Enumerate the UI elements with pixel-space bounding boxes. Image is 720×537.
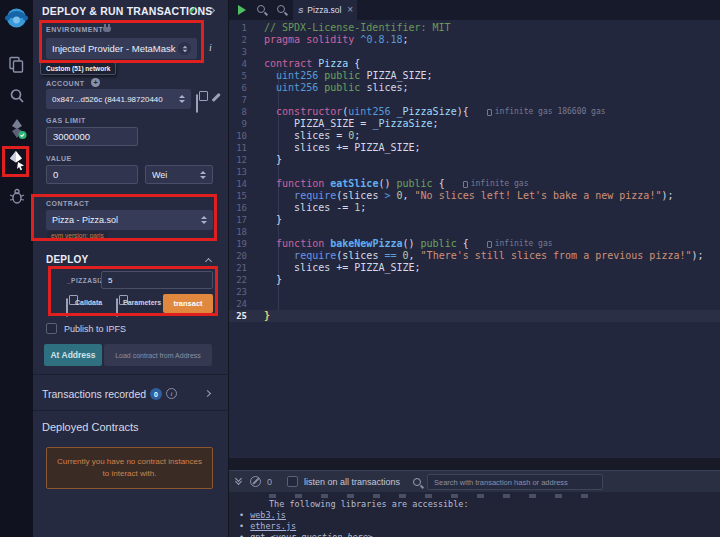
contract-select[interactable]: Pizza - Pizza.sol <box>46 210 213 230</box>
add-account-icon[interactable]: + <box>91 78 100 87</box>
activity-bar <box>0 0 33 537</box>
value-unit: Wei <box>152 170 196 180</box>
search-icon[interactable] <box>0 88 33 104</box>
terminal-resize-handle[interactable] <box>229 458 720 470</box>
gas-estimate-annotation: infinite gas <box>487 238 553 250</box>
select-stepper-icon[interactable] <box>201 216 207 224</box>
network-badge: Custom (51) network <box>40 62 116 75</box>
terminal-search-icon <box>413 478 421 486</box>
transactions-info-icon[interactable]: i <box>166 388 177 399</box>
publish-ipfs-checkbox[interactable] <box>46 323 57 334</box>
at-address-input[interactable]: Load contract from Address <box>104 344 212 366</box>
terminal-toolbar: 0 listen on all transactions Search with… <box>229 470 720 492</box>
copy-parameters-icon[interactable] <box>116 298 118 317</box>
code-line[interactable]: 25} <box>229 310 720 322</box>
clear-pending-icon[interactable] <box>250 476 261 487</box>
code-line[interactable]: 16 slices -= 1; <box>229 202 720 214</box>
environment-info-icon[interactable]: i <box>209 42 212 53</box>
account-label: ACCOUNT <box>46 80 85 87</box>
deployed-contracts-label: Deployed Contracts <box>42 421 139 433</box>
terminal-line: •ethers.js <box>239 521 720 532</box>
account-select[interactable]: 0x847...d526c (8441.98720440 <box>46 89 191 109</box>
constructor-param-value: 5 <box>108 276 112 285</box>
evm-version-badge: evm version: paris <box>47 231 108 240</box>
clipped-terminal-line <box>269 494 599 498</box>
at-address-button-label: At Address <box>50 350 95 360</box>
solidity-file-icon: S <box>298 6 303 15</box>
debugger-icon[interactable] <box>0 188 33 205</box>
code-lines[interactable]: 1// SPDX-License-Identifier: MIT2pragma … <box>229 20 720 458</box>
library-link[interactable]: ethers.js <box>250 521 296 532</box>
environment-value: Injected Provider - MetaMask <box>52 43 178 54</box>
collapse-deploy-chevron-icon[interactable] <box>205 258 212 265</box>
code-line[interactable]: 14 function eatSlice() public {infinite … <box>229 178 720 190</box>
deployed-contracts-empty-message: Currently you have no contract instances… <box>46 447 213 489</box>
parameters-label[interactable]: Parameters <box>123 299 161 306</box>
code-line[interactable]: 24 <box>229 298 720 310</box>
code-line[interactable]: 9 PIZZA_SIZE = _PizzaSize; <box>229 118 720 130</box>
code-line[interactable]: 10 slices = 0; <box>229 130 720 142</box>
terminal: 0 listen on all transactions Search with… <box>229 458 720 537</box>
run-script-icon[interactable] <box>238 5 246 15</box>
file-explorer-icon[interactable] <box>0 56 33 73</box>
deploy-run-icon[interactable] <box>0 150 33 171</box>
code-line[interactable]: 19 function bakeNewPizza() public {infin… <box>229 238 720 250</box>
code-line[interactable]: 7 <box>229 94 720 106</box>
terminal-search-placeholder: Search with transaction hash or address <box>434 478 568 487</box>
code-line[interactable]: 8 constructor(uint256 _PizzaSize){infini… <box>229 106 720 118</box>
code-line[interactable]: 11 slices += PIZZA_SIZE; <box>229 142 720 154</box>
code-line[interactable]: 4contract Pizza { <box>229 58 720 70</box>
copy-calldata-icon[interactable] <box>66 298 68 317</box>
contract-label: CONTRACT <box>46 200 89 207</box>
copy-account-icon[interactable] <box>196 94 198 113</box>
code-line[interactable]: 18 <box>229 226 720 238</box>
code-line[interactable]: 20 require(slices == 0, "There's still s… <box>229 250 720 262</box>
code-line[interactable]: 23 <box>229 286 720 298</box>
select-stepper-icon[interactable] <box>178 42 191 55</box>
code-line[interactable]: 17 } <box>229 214 720 226</box>
calldata-label[interactable]: Calldata <box>75 299 102 306</box>
zoom-in-icon[interactable] <box>277 5 285 13</box>
code-line[interactable]: 15 require(slices > 0, "No slices left! … <box>229 190 720 202</box>
select-stepper-icon[interactable] <box>200 171 206 179</box>
gas-limit-value: 3000000 <box>53 131 90 142</box>
terminal-output[interactable]: The following libraries are accessible:•… <box>229 492 720 537</box>
remix-logo[interactable] <box>0 5 33 30</box>
code-line[interactable]: 22 } <box>229 274 720 286</box>
publish-ipfs-label: Publish to IPFS <box>64 324 126 334</box>
zoom-out-icon[interactable] <box>257 5 265 13</box>
value-input[interactable]: 0 <box>46 165 138 184</box>
value-unit-select[interactable]: Wei <box>145 165 213 184</box>
at-address-button[interactable]: At Address <box>44 344 102 366</box>
value-label: VALUE <box>46 155 72 162</box>
transactions-expand-chevron-icon[interactable] <box>204 390 211 397</box>
solidity-compiler-icon[interactable] <box>0 118 33 140</box>
code-line[interactable]: 3 <box>229 46 720 58</box>
terminal-search-input[interactable]: Search with transaction hash or address <box>427 474 603 490</box>
close-icon[interactable]: × <box>347 5 353 15</box>
tab-pizza-sol[interactable]: S Pizza.sol × <box>293 0 357 20</box>
code-line[interactable]: 13 <box>229 166 720 178</box>
transact-button-label: transact <box>173 299 202 308</box>
panel-title: DEPLOY & RUN TRANSACTIONS <box>42 5 212 17</box>
terminal-line: •web3.js <box>239 510 720 521</box>
library-link[interactable]: web3.js <box>250 510 286 521</box>
transact-button[interactable]: transact <box>163 294 213 313</box>
deploy-section-label: DEPLOY <box>46 254 88 265</box>
code-line[interactable]: 5 uint256 public PIZZA_SIZE; <box>229 70 720 82</box>
gas-limit-input[interactable]: 3000000 <box>46 127 138 146</box>
terminal-line: The following libraries are accessible: <box>239 499 720 510</box>
select-stepper-icon[interactable] <box>179 95 185 103</box>
expand-terminal-icon[interactable] <box>236 476 241 484</box>
terminal-line: •gpt <your question here> <box>239 532 720 537</box>
value-amount: 0 <box>53 169 58 180</box>
code-line[interactable]: 21 slices += PIZZA_SIZE; <box>229 262 720 274</box>
constructor-param-input[interactable]: 5 <box>101 271 213 289</box>
listen-transactions-checkbox[interactable] <box>287 476 298 487</box>
environment-select[interactable]: Injected Provider - MetaMask <box>46 38 197 59</box>
remix-ide-window: DEPLOY & RUN TRANSACTIONS ✓ ENVIRONMENT … <box>0 0 720 537</box>
code-line[interactable]: 6 uint256 public slices; <box>229 82 720 94</box>
code-line[interactable]: 1// SPDX-License-Identifier: MIT <box>229 22 720 34</box>
code-line[interactable]: 2pragma solidity ^0.8.18; <box>229 34 720 46</box>
code-line[interactable]: 12 } <box>229 154 720 166</box>
